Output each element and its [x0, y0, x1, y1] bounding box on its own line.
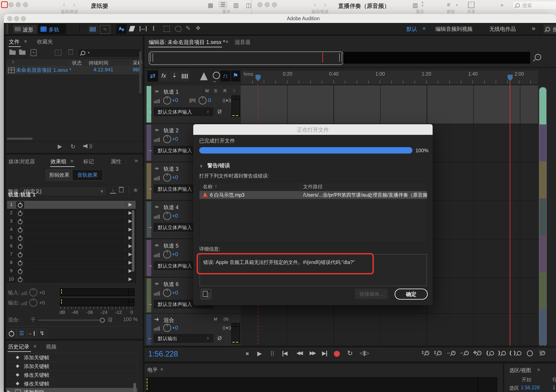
track-effects-button[interactable]: 音轨效果	[72, 169, 103, 180]
timed-zoom-button[interactable]	[525, 350, 535, 356]
rack-scrollbar[interactable]	[132, 210, 134, 272]
time-selection-tool-icon[interactable]: I	[153, 25, 154, 32]
track-color-strip[interactable]	[147, 125, 151, 161]
tab-video[interactable]: 视频	[46, 343, 56, 350]
track-name[interactable]: 轨道 4	[163, 204, 179, 211]
tab-editor[interactable]: 编辑器: 未命名混音项目 1.sesx *	[149, 39, 225, 46]
clip-effects-button[interactable]: 剪辑效果	[46, 169, 73, 180]
volume-knob[interactable]	[163, 96, 171, 104]
input-monitor-button[interactable]: I	[231, 87, 238, 94]
volume-value[interactable]: +0	[172, 251, 178, 257]
rack-row-10[interactable]: 10▶	[7, 275, 136, 282]
group-icon[interactable]: ≡	[447, 1, 450, 8]
navigator-left-handle[interactable]	[150, 53, 153, 62]
track-color-strip[interactable]	[147, 163, 151, 199]
play-button[interactable]: ▶	[255, 350, 264, 357]
loop-playback-button[interactable]: ↻	[345, 349, 355, 357]
record-arm-button[interactable]: R	[221, 87, 229, 94]
warnings-chevron-icon[interactable]: ∨	[200, 163, 203, 168]
volume-value[interactable]: +0	[172, 136, 178, 142]
history-menu-icon[interactable]: ≡	[34, 344, 36, 349]
move-tool-button[interactable]: ➤ ✚	[116, 24, 127, 34]
volume-value[interactable]: +0	[172, 97, 178, 103]
rack-row-9[interactable]: 9▶	[7, 267, 136, 275]
ok-button[interactable]: 确定	[394, 289, 428, 300]
navigator-offscreen-region[interactable]	[343, 52, 530, 64]
slot-arrow-icon[interactable]: ▶	[129, 276, 132, 282]
mt-punch-button[interactable]: ⇣	[170, 70, 179, 82]
metronome-icon[interactable]	[200, 72, 208, 80]
phase-button[interactable]: Ø	[215, 108, 224, 116]
stopwatch-width-icon[interactable]	[213, 72, 220, 79]
workspace-overflow-icon[interactable]: »	[532, 25, 535, 32]
slot-arrow-icon[interactable]: ▶	[129, 202, 132, 207]
slot-power-icon[interactable]	[16, 268, 24, 275]
files-list-header[interactable]: ↑ 状态 持续时间 采样	[6, 59, 143, 66]
columns-icon[interactable]: ▥	[412, 2, 418, 9]
go-to-start-button[interactable]: ◀	[280, 350, 290, 357]
history-item-2[interactable]: ◆添加关键帧	[6, 362, 137, 370]
timeline-vscrollbar[interactable]	[539, 87, 547, 346]
file-loop-icon[interactable]: ↻	[70, 143, 75, 150]
track-name[interactable]: 轨道 6	[163, 281, 179, 288]
rack-row-8[interactable]: 8▶	[7, 259, 136, 267]
volume-knob[interactable]	[163, 174, 171, 182]
pause-button[interactable]	[268, 350, 277, 356]
fast-forward-button[interactable]: ▶▶	[307, 350, 318, 356]
input-select[interactable]: 默认立体声输入›	[154, 108, 213, 116]
mt-fx-button[interactable]: fx	[159, 70, 169, 82]
track-name[interactable]: 轨道 5	[163, 242, 179, 249]
col-status[interactable]: 状态	[72, 60, 82, 66]
history-item-3[interactable]: ◆修改关键帧	[6, 370, 137, 379]
slip-tool-icon[interactable]: ↔	[140, 25, 147, 32]
open-file-icon[interactable]	[9, 51, 16, 56]
workspace-default-tab[interactable]: 默认	[407, 25, 417, 32]
workspace-edit-video-tab[interactable]: 编辑音频到视频	[435, 25, 472, 32]
mix-slider-handle[interactable]	[100, 318, 105, 323]
selection-menu-icon[interactable]: ≡	[537, 367, 540, 372]
finder-left-back-icon[interactable]: ‹	[63, 0, 65, 8]
finder-left-zoom-button[interactable]	[23, 2, 28, 7]
pan-value[interactable]: 0	[208, 97, 211, 103]
tab-media-browser[interactable]: 媒体浏览器	[8, 158, 35, 165]
copy-details-button[interactable]	[201, 289, 211, 299]
volume-value[interactable]: +0	[172, 213, 178, 219]
slot-arrow-icon[interactable]: ▶	[129, 227, 132, 232]
track-lane-1[interactable]	[241, 85, 538, 124]
slot-power-icon[interactable]	[16, 210, 24, 217]
navigator-right-handle[interactable]	[339, 53, 342, 62]
waveform-view-button[interactable]: 波形	[13, 25, 37, 34]
output-gain-knob[interactable]	[29, 299, 37, 307]
file-name[interactable]: 未命名混音项目 1.sesx *	[16, 67, 71, 73]
workspace-radio-tab[interactable]: 无线电作品	[489, 25, 516, 32]
warning-row[interactable]: ! 6 白马示范.mp3 /Users/...业/pr/PR第四节课/au处理音…	[200, 191, 427, 199]
history-item-1[interactable]: ◆添加关键帧	[6, 353, 137, 362]
tab-properties[interactable]: 属性	[111, 158, 121, 165]
finder-right-back-icon[interactable]: ‹	[314, 0, 316, 8]
skip-selection-button[interactable]: ◁▷	[358, 350, 370, 356]
workspace-menu-icon[interactable]: ≡	[423, 25, 426, 31]
slot-arrow-icon[interactable]: ▶	[129, 218, 132, 224]
slot-arrow-icon[interactable]: ▶	[129, 243, 132, 249]
volume-knob[interactable]	[163, 289, 171, 297]
search-dropdown-icon[interactable]: ▼	[87, 51, 90, 54]
delete-preset-icon[interactable]	[119, 187, 124, 193]
zoom-out-horizontal-button[interactable]: ⇔−	[458, 350, 470, 355]
multitrack-view-button[interactable]: 多轨	[38, 24, 66, 34]
toolbar-grip[interactable]	[6, 24, 8, 34]
rack-row-7[interactable]: 7▶	[7, 250, 136, 259]
mt-automation-button[interactable]: ⇄	[147, 70, 158, 82]
history-scrollbar[interactable]	[133, 383, 136, 392]
dialog-titlebar[interactable]: 正在打开文件	[193, 124, 432, 135]
volume-knob[interactable]	[163, 212, 171, 220]
finder-left-forward-icon[interactable]: ›	[73, 0, 75, 8]
zoom-reset-button[interactable]: ✥−	[471, 350, 483, 355]
track-header-1[interactable]: ⇻ 轨道 1 M S R I +0 0 ((●)) 默认立体声输入› → Ø	[144, 85, 241, 123]
timeline-navigator-range[interactable]	[149, 51, 344, 65]
files-search-field[interactable]: ▼	[78, 48, 141, 57]
finder-left-close-button[interactable]	[8, 2, 14, 7]
history-item-5[interactable]: ▶↓添加剪辑	[6, 388, 137, 392]
volume-knob[interactable]	[163, 135, 171, 143]
rack-route-button[interactable]: →❙	[27, 329, 37, 338]
snap-magnet-button[interactable]: ∩	[220, 70, 230, 82]
